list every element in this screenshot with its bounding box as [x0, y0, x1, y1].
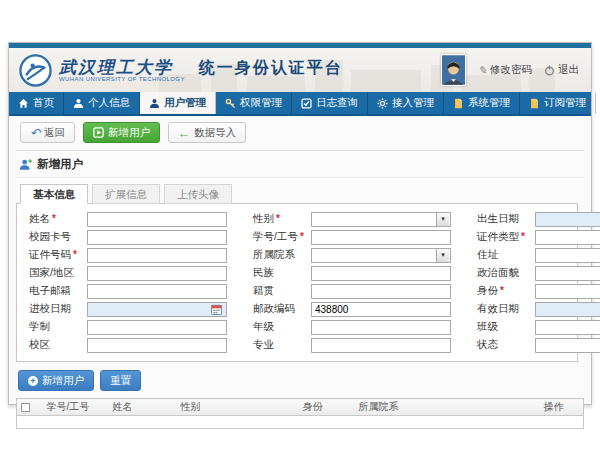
form-field: 班级	[477, 319, 600, 335]
change-password-label: 修改密码	[490, 63, 532, 77]
study-length-input[interactable]	[87, 320, 227, 335]
col-department: 所属院系	[355, 399, 540, 416]
required-asterisk: *	[300, 231, 304, 242]
form-field: 专业	[253, 337, 451, 353]
submit-add-user-button[interactable]: + 新增用户	[18, 370, 94, 391]
ethnicity-input[interactable]	[311, 266, 451, 281]
tab-log-query[interactable]: 日志查询	[292, 92, 368, 114]
field-label: 专业	[253, 338, 274, 350]
form-field: 出生日期	[477, 211, 600, 227]
select-all-checkbox[interactable]	[21, 403, 30, 412]
user-avatar	[441, 54, 466, 86]
add-user-toolbar-label: 新增用户	[108, 126, 150, 140]
form-field: 进校日期	[29, 301, 227, 317]
tab-home[interactable]: 首页	[9, 92, 64, 114]
field-label: 校园卡号	[29, 230, 71, 242]
gear-icon	[377, 98, 388, 109]
native-place-input[interactable]	[311, 284, 451, 299]
class-input[interactable]	[535, 320, 600, 335]
pencil-icon: ✎	[478, 64, 487, 77]
status-input[interactable]	[535, 338, 600, 353]
field-label: 性别	[253, 212, 274, 224]
major-input[interactable]	[311, 338, 451, 353]
email-input[interactable]	[87, 284, 227, 299]
field-label: 证件类型	[477, 230, 519, 242]
identity-input[interactable]	[535, 284, 600, 299]
main-nav: 首页 个人信息 用户管理 权限管理 日志查询 接入管理 系统管理 订阅管理	[9, 92, 591, 116]
required-asterisk: *	[52, 213, 56, 224]
logout-link[interactable]: 退出	[544, 63, 579, 77]
platform-title: 统一身份认证平台	[199, 58, 343, 83]
tab-permission-management[interactable]: 权限管理	[216, 92, 292, 114]
form-field: 状态	[477, 337, 600, 353]
data-import-button[interactable]: ← 数据导入	[168, 122, 246, 143]
political-status-input[interactable]	[535, 266, 600, 281]
tab-access-management[interactable]: 接入管理	[368, 92, 444, 114]
gender-select[interactable]: ▾	[311, 212, 451, 227]
field-label: 证件号码	[29, 248, 71, 260]
field-label: 班级	[477, 320, 498, 332]
form-tabs: 基本信息 扩展信息 上传头像	[20, 184, 584, 204]
form-field: 所属院系 ▾	[253, 247, 451, 263]
field-label: 政治面貌	[477, 266, 519, 278]
user-results-table: 学号/工号 姓名 性别 身份 所属院系 操作	[16, 398, 584, 429]
form-field: 年级	[253, 319, 451, 335]
back-arrow-icon: ↶	[30, 128, 40, 138]
col-name: 姓名	[109, 399, 177, 416]
form-field: 邮政编码	[253, 301, 451, 317]
country-input[interactable]	[87, 266, 227, 281]
nav-label: 日志查询	[316, 96, 358, 110]
import-arrow-icon: ←	[178, 128, 190, 138]
submit-label: 新增用户	[42, 374, 84, 388]
back-button[interactable]: ↶ 返回	[20, 122, 75, 143]
add-user-toolbar-button[interactable]: 新增用户	[83, 122, 160, 143]
form-field: 民族	[253, 265, 451, 281]
tab-user-management[interactable]: 用户管理	[140, 92, 216, 114]
page-title: 新增用户	[37, 157, 83, 172]
tab-personal-info[interactable]: 个人信息	[64, 92, 140, 114]
field-label: 民族	[253, 266, 274, 278]
form-actions: + 新增用户 重置	[16, 362, 584, 398]
log-check-icon	[301, 98, 312, 109]
tab-system-management[interactable]: 系统管理	[444, 92, 520, 114]
birth-date-input[interactable]	[535, 212, 600, 227]
id-type-input[interactable]	[535, 230, 600, 245]
field-label: 国家/地区	[29, 266, 74, 278]
app-header: 武汉理工大学 WUHAN UNIVERSITY OF TECHNOLOGY 统一…	[9, 48, 591, 92]
add-user-icon	[19, 158, 32, 171]
university-name-en: WUHAN UNIVERSITY OF TECHNOLOGY	[59, 76, 185, 82]
field-label: 进校日期	[29, 302, 71, 314]
reset-label: 重置	[110, 374, 131, 388]
calendar-icon	[211, 304, 222, 315]
logout-label: 退出	[558, 63, 579, 77]
form-field: 学号/工号*	[253, 229, 451, 245]
tab-basic-info[interactable]: 基本信息	[20, 184, 88, 204]
name-input[interactable]	[87, 212, 227, 227]
address-input[interactable]	[535, 248, 600, 263]
tab-upload-avatar[interactable]: 上传头像	[164, 184, 232, 204]
table-header-row: 学号/工号 姓名 性别 身份 所属院系 操作	[17, 399, 584, 416]
valid-date-input[interactable]	[535, 302, 600, 317]
field-label: 身份	[477, 284, 498, 296]
grade-input[interactable]	[311, 320, 451, 335]
entry-date-input[interactable]	[87, 302, 227, 317]
form-field: 姓名*	[29, 211, 227, 227]
tab-extended-info[interactable]: 扩展信息	[92, 184, 160, 204]
postal-code-input[interactable]	[311, 302, 451, 317]
id-number-input[interactable]	[87, 248, 227, 263]
field-label: 电子邮箱	[29, 284, 71, 296]
reset-button[interactable]: 重置	[100, 370, 141, 391]
campus-card-input[interactable]	[87, 230, 227, 245]
col-operation: 操作	[540, 399, 584, 416]
change-password-link[interactable]: ✎ 修改密码	[478, 63, 532, 77]
student-id-input[interactable]	[311, 230, 451, 245]
form-field: 性别* ▾	[253, 211, 451, 227]
university-name-cn: 武汉理工大学	[59, 58, 185, 76]
nav-label: 用户管理	[164, 96, 206, 110]
required-asterisk: *	[276, 213, 280, 224]
app-window: 武汉理工大学 WUHAN UNIVERSITY OF TECHNOLOGY 统一…	[8, 42, 592, 405]
campus-input[interactable]	[87, 338, 227, 353]
tab-subscription-management[interactable]: 订阅管理	[520, 92, 596, 114]
users-icon	[149, 98, 160, 109]
department-select[interactable]: ▾	[311, 248, 451, 263]
